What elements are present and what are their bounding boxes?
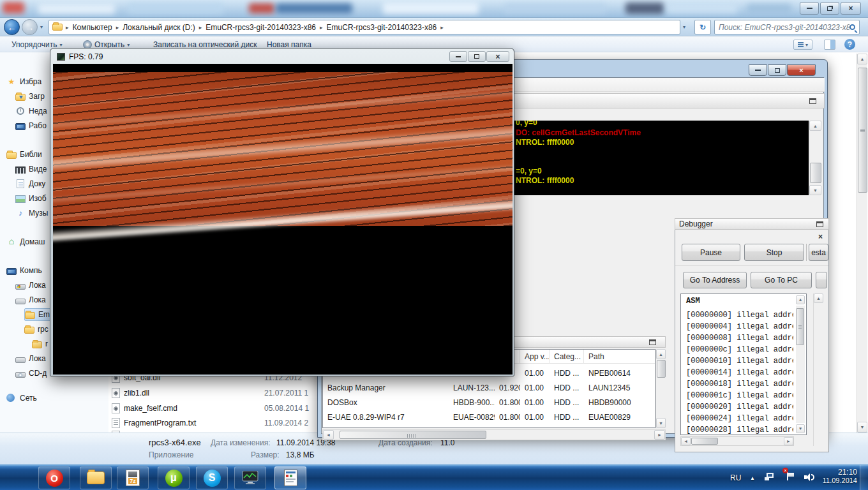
clock[interactable]: 21:10 11.09.2014 [819, 468, 857, 484]
breadcrumb-segment-folder2[interactable]: EmuCR-rpcs3-git-20140323-x86 [323, 23, 441, 32]
clipped-button[interactable] [816, 272, 827, 288]
explorer-minimize-button[interactable] [800, 2, 819, 15]
pause-button[interactable]: Pause [682, 244, 740, 261]
gamelist-h-scrollbar[interactable]: ◄ ► [322, 429, 666, 440]
refresh-button[interactable]: ↻ [694, 20, 711, 34]
rpcs3-minimize-button[interactable] [749, 64, 767, 76]
goto-pc-button[interactable]: Go To PC [751, 272, 812, 288]
restart-button-clipped[interactable]: esta [809, 244, 828, 261]
asm-row[interactable]: [00000008] illegal addre [686, 334, 793, 343]
console-scrollbar[interactable]: ▲ ▼ [809, 121, 821, 195]
taskbar-7zip-button[interactable]: 7z [117, 466, 149, 489]
scrollbar-thumb[interactable] [858, 68, 867, 193]
breadcrumb-dropdown[interactable]: ▾ [683, 24, 685, 30]
scroll-up-arrow[interactable]: ▲ [796, 295, 805, 304]
scroll-up-arrow[interactable]: ▲ [857, 54, 867, 64]
asm-row[interactable]: [00000024] illegal addre [686, 414, 793, 423]
breadcrumb-segment-computer[interactable]: Компьютер [69, 23, 116, 32]
breadcrumb-segment-disk[interactable]: Локальный диск (D:) [119, 23, 199, 32]
file-row-fragmentprogram[interactable]: FragmentProgram.txt 11.09.2014 2 [112, 417, 341, 429]
scroll-up-arrow[interactable]: ▲ [656, 349, 666, 359]
debugger-header[interactable]: Debugger [675, 218, 829, 230]
asm-row[interactable]: [00000018] illegal addre [686, 380, 793, 389]
scroll-down-arrow[interactable]: ▼ [656, 418, 666, 428]
asm-row[interactable]: [0000001c] illegal addre [686, 391, 793, 400]
taskbar-skype-button[interactable]: S [196, 466, 228, 489]
tray-show-hidden-icons[interactable]: ▲ [750, 475, 755, 481]
scrollbar-thumb[interactable] [796, 308, 804, 345]
star-icon: ★ [6, 77, 17, 86]
game-row[interactable]: E-UAE 0.8.29-WIP4 r7 EUAE-00829 01.8000 … [323, 410, 655, 424]
game-row[interactable]: Backup Manager LAUN-123... 01.9200 01.00… [323, 380, 655, 395]
forward-button[interactable]: → [22, 19, 38, 35]
explorer-restore-button[interactable] [820, 2, 839, 15]
file-row-make-fself[interactable]: make_fself.cmd 05.08.2014 1 [112, 402, 341, 415]
help-button[interactable]: ? [844, 39, 855, 50]
debugger-title: Debugger [679, 219, 713, 228]
explorer-close-button[interactable]: × [841, 2, 861, 15]
gamelist-scrollbar[interactable]: ▲ ▼ [655, 349, 666, 428]
asm-row[interactable]: [00000028] illegal addre [686, 426, 793, 434]
search-input[interactable]: Поиск: EmuCR-rpcs3-git-20140323-x86 [714, 20, 860, 34]
fps-maximize-button[interactable] [468, 51, 486, 62]
taskbar-system-monitor-button[interactable] [234, 466, 266, 489]
fps-window-titlebar[interactable]: FPS: 0.79 [57, 52, 103, 61]
rpcs3-close-button[interactable]: × [787, 64, 816, 76]
bright-streak [53, 124, 513, 172]
scroll-up-arrow[interactable]: ▲ [809, 121, 821, 131]
scroll-left-arrow[interactable]: ◄ [323, 430, 334, 440]
scroll-up-arrow[interactable]: ▲ [814, 293, 823, 303]
asm-scrollbar[interactable] [796, 306, 805, 423]
taskbar-explorer-button[interactable] [80, 466, 112, 489]
change-view-button[interactable]: ▾ [793, 40, 812, 50]
goto-pc-label: Go To PC [765, 276, 798, 285]
scrollbar-thumb[interactable] [691, 438, 718, 445]
col-header-path[interactable]: Path [584, 350, 655, 364]
scroll-down-arrow[interactable]: ▼ [796, 424, 805, 433]
nav-history-dropdown[interactable]: ▾ [40, 24, 43, 30]
fps-close-button[interactable]: × [486, 51, 509, 62]
rpcs3-maximize-button[interactable] [768, 64, 786, 76]
asm-row[interactable]: [00000004] illegal addre [686, 322, 793, 331]
float-panel-icon[interactable] [649, 339, 656, 345]
asm-h-scrollbar[interactable]: ◄ ► [680, 436, 794, 446]
file-row-zlib[interactable]: zlib1.dll 21.07.2011 1 [112, 387, 341, 399]
asm-row[interactable]: [00000000] illegal addre [686, 311, 793, 320]
breadcrumb-segment-folder1[interactable]: EmuCR-rpcs3-git-20140323-x86 [202, 23, 320, 32]
sidebar-item-network[interactable]: Сеть [6, 392, 108, 405]
scrollbar-thumb[interactable] [340, 431, 486, 439]
taskbar-opera-button[interactable]: O [38, 466, 70, 489]
show-desktop-button[interactable] [860, 465, 868, 490]
taskbar-rpcs3-button[interactable] [274, 466, 306, 489]
col-header-category[interactable]: Categ... [550, 350, 584, 364]
game-row[interactable]: Earthworm Jim HD Trial Ve... NPUB-301...… [323, 424, 655, 428]
scroll-down-arrow[interactable]: ▼ [857, 422, 867, 433]
col-header-app-version[interactable]: App v... [520, 350, 550, 364]
music-icon: ♪ [15, 209, 26, 218]
sidebar-item-label: Изоб [29, 194, 47, 203]
float-panel-icon[interactable] [809, 98, 816, 104]
asm-row[interactable]: [00000014] illegal addre [686, 368, 793, 377]
debugger-pane-scrollbar[interactable]: ▲ [813, 293, 823, 446]
goto-address-button[interactable]: Go To Address [683, 272, 747, 288]
scroll-right-arrow[interactable]: ► [784, 437, 793, 445]
scrollbar-thumb[interactable] [810, 163, 821, 183]
scroll-down-arrow[interactable]: ▼ [809, 185, 821, 195]
preview-pane-button[interactable] [824, 40, 835, 50]
scroll-right-arrow[interactable]: ► [654, 430, 665, 440]
debugger-close-icon[interactable]: × [818, 232, 823, 241]
scroll-left-arrow[interactable]: ◄ [681, 437, 691, 445]
back-button[interactable]: ← [4, 19, 20, 35]
asm-row[interactable]: [00000020] illegal addre [686, 403, 793, 412]
explorer-scrollbar[interactable]: ▲ ▼ [857, 54, 867, 433]
breadcrumb[interactable]: ▸ Компьютер ▸ Локальный диск (D:) ▸ EmuC… [49, 20, 680, 34]
asm-row[interactable]: [0000000c] illegal addre [686, 345, 793, 354]
game-row[interactable]: DOSBox HBDB-900... 01.8000 01.00 HDD ...… [323, 395, 655, 410]
scrollbar-thumb[interactable] [657, 360, 666, 378]
tray-language-indicator[interactable]: RU [730, 473, 741, 482]
taskbar-utorrent-button[interactable]: µ [158, 466, 190, 489]
stop-button[interactable]: Stop [744, 244, 804, 261]
float-panel-icon[interactable] [816, 221, 823, 227]
asm-row[interactable]: [00000010] illegal addre [686, 357, 793, 366]
fps-minimize-button[interactable] [449, 51, 467, 62]
